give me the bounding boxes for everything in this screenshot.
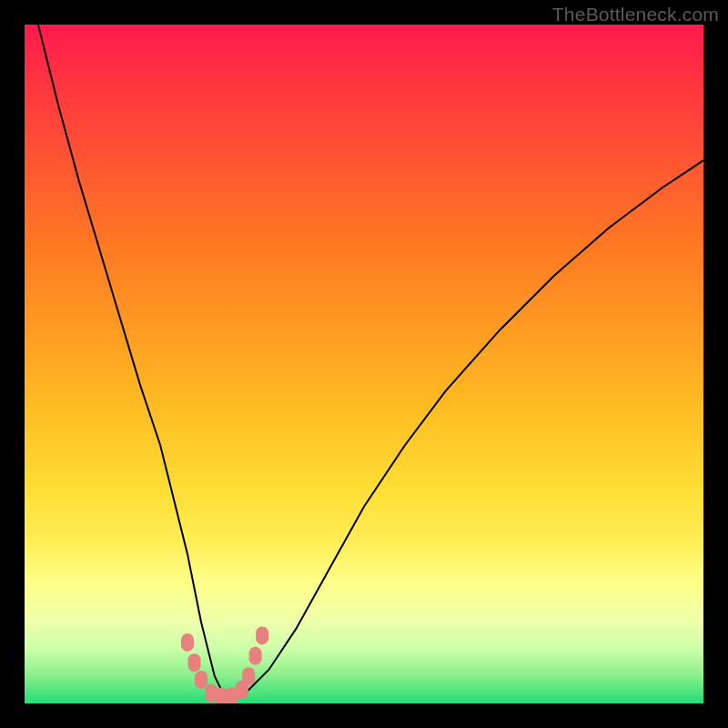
curve-marker bbox=[188, 653, 201, 672]
curve-layer bbox=[25, 25, 703, 703]
plot-area bbox=[25, 25, 703, 703]
curve-marker bbox=[256, 626, 268, 644]
watermark-text: TheBottleneck.com bbox=[552, 4, 719, 25]
curve-marker bbox=[242, 667, 255, 685]
marker-group bbox=[181, 626, 268, 703]
curve-marker bbox=[195, 671, 207, 689]
curve-marker bbox=[249, 647, 262, 665]
chart-frame: TheBottleneck.com bbox=[0, 0, 728, 728]
curve-marker bbox=[181, 633, 194, 652]
bottleneck-curve bbox=[38, 25, 703, 697]
